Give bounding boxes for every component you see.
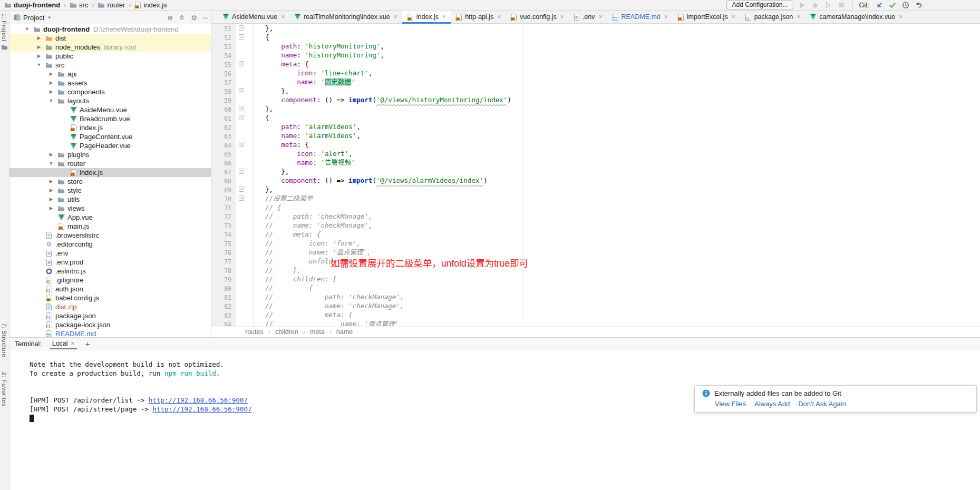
tree-item-views[interactable]: ▶views <box>9 204 211 213</box>
history-icon[interactable] <box>901 1 910 9</box>
editor-gutter[interactable]: 65 <box>211 149 254 158</box>
editor-breadcrumb-item[interactable]: meta <box>310 328 325 336</box>
editor-gutter[interactable]: 70∨ <box>211 194 254 203</box>
close-icon[interactable]: × <box>664 13 668 21</box>
fold-end-icon[interactable]: ∧ <box>239 88 244 93</box>
editor-gutter[interactable]: 53 <box>211 42 254 51</box>
editor-gutter[interactable]: 78 <box>211 266 254 275</box>
tree-item--browserslistrc[interactable]: .browserslistrc <box>9 231 211 240</box>
editor-gutter[interactable]: 58∧ <box>211 86 254 95</box>
chevron-collapsed-icon[interactable]: ▶ <box>45 195 57 204</box>
editor-tab--env[interactable]: .env× <box>569 11 607 23</box>
close-icon[interactable]: × <box>732 13 735 21</box>
close-icon[interactable]: × <box>560 13 564 21</box>
chevron-collapsed-icon[interactable]: ▶ <box>45 186 57 195</box>
fold-start-icon[interactable]: ∨ <box>239 34 244 40</box>
editor-gutter[interactable]: 54 <box>211 51 254 60</box>
editor-gutter[interactable]: 59 <box>211 95 254 104</box>
chevron-collapsed-icon[interactable]: ▶ <box>45 87 57 96</box>
chevron-expanded-icon[interactable]: ▼ <box>45 96 57 105</box>
tree-item-node-modules[interactable]: ▶node_moduleslibrary root <box>9 43 211 52</box>
fold-start-icon[interactable]: ∨ <box>239 115 244 120</box>
terminal-link[interactable]: http://192.168.66.56:9007 <box>149 396 248 404</box>
debug-icon[interactable] <box>811 1 820 9</box>
close-icon[interactable]: × <box>442 13 446 21</box>
git-update-icon[interactable] <box>875 1 884 9</box>
tree-item-src[interactable]: ▼src <box>9 61 211 70</box>
chevron-collapsed-icon[interactable]: ▶ <box>33 43 45 52</box>
editor-gutter[interactable]: 84 <box>211 319 254 326</box>
tree-item-utils[interactable]: ▶utils <box>9 195 211 204</box>
add-configuration-button[interactable]: Add Configuration... <box>726 1 793 9</box>
tree-item-readme-md[interactable]: MDREADME.md <box>9 329 211 337</box>
breadcrumb-item[interactable]: router <box>98 1 125 9</box>
chevron-collapsed-icon[interactable]: ▶ <box>33 34 45 43</box>
project-tool-icon[interactable] <box>1 44 8 50</box>
tree-item-asidemenu-vue[interactable]: AsideMenu.vue <box>9 105 211 114</box>
terminal-tab-local[interactable]: Local × <box>50 338 77 349</box>
tree-item--env[interactable]: .env <box>9 249 211 258</box>
editor-tab-vue-config-js[interactable]: JSvue.config.js× <box>506 11 569 23</box>
fold-start-icon[interactable]: ∨ <box>239 142 244 147</box>
notification-action-don-t-ask-again[interactable]: Don't Ask Again <box>798 400 846 408</box>
editor-gutter[interactable]: 64∨ <box>211 140 254 149</box>
fold-end-icon[interactable]: ∧ <box>239 106 244 111</box>
tree-item-babel-config-js[interactable]: JSbabel.config.js <box>9 293 211 302</box>
run-with-coverage-icon[interactable] <box>824 1 833 9</box>
editor-gutter[interactable]: 75 <box>211 239 254 248</box>
chevron-expanded-icon[interactable]: ▼ <box>33 61 45 70</box>
editor-gutter[interactable]: 74 <box>211 230 254 239</box>
editor-gutter[interactable]: 81 <box>211 292 254 301</box>
tree-item-plugins[interactable]: ▶plugins <box>9 150 211 159</box>
tree-item--gitignore[interactable]: .gitignore <box>9 276 211 285</box>
close-icon[interactable]: × <box>394 13 397 21</box>
tree-item-breadcrumb-vue[interactable]: Breadcrumb.vue <box>9 114 211 123</box>
editor-gutter[interactable]: 72 <box>211 212 254 221</box>
tree-item--env-prod[interactable]: .env.prod <box>9 258 211 267</box>
tree-item-style[interactable]: ▶style <box>9 186 211 195</box>
collapse-all-icon[interactable] <box>179 14 185 21</box>
new-terminal-icon[interactable]: + <box>85 340 90 348</box>
editor-gutter[interactable]: 60∧ <box>211 104 254 113</box>
close-icon[interactable]: × <box>598 13 602 21</box>
stripe-favorites-button[interactable]: 2: Favorites <box>1 372 7 407</box>
editor-gutter[interactable]: 77 <box>211 257 254 266</box>
tree-item--eslintrc-js[interactable]: .eslintrc.js <box>9 267 211 276</box>
editor-gutter[interactable]: 80 <box>211 283 254 292</box>
gear-icon[interactable]: ⚙ <box>191 14 197 21</box>
notification-action-always-add[interactable]: Always Add <box>754 400 790 408</box>
locate-file-icon[interactable]: ⊕ <box>167 14 173 21</box>
tree-item-store[interactable]: ▶store <box>9 177 211 186</box>
editor-gutter[interactable]: 67∧ <box>211 167 254 176</box>
tree-item-app-vue[interactable]: App.vue <box>9 213 211 222</box>
tree-item-components[interactable]: ▶components <box>9 87 211 96</box>
editor-tab-importexcel-js[interactable]: JSimportExcel.js× <box>673 11 740 23</box>
tree-item-dist[interactable]: ▶dist <box>9 34 211 43</box>
tree-item-dist-zip[interactable]: dist.zip <box>9 302 211 311</box>
hide-panel-icon[interactable]: ─ <box>203 14 208 21</box>
tree-item-layouts[interactable]: ▼layouts <box>9 96 211 105</box>
tree-item-api[interactable]: ▶api <box>9 70 211 79</box>
editor-breadcrumb-item[interactable]: routes <box>245 328 264 336</box>
editor-tab-cameramanage-index-vue[interactable]: cameraManage\index.vue× <box>805 11 907 23</box>
tree-item-index-js[interactable]: JSindex.js <box>9 168 211 177</box>
editor-tab-readme-md[interactable]: MDREADME.md× <box>607 11 673 23</box>
editor-gutter[interactable]: 73 <box>211 221 254 230</box>
editor-gutter[interactable]: 68 <box>211 176 254 185</box>
terminal-link[interactable]: http://192.168.66.56:9007 <box>152 405 251 413</box>
editor-gutter[interactable]: 79 <box>211 275 254 283</box>
tree-item-duoji-frontend[interactable]: ▼duoji-frontendD:\zheheWeb\duoji-fronten… <box>9 25 211 34</box>
tree-item--editorconfig[interactable]: ⚙.editorconfig <box>9 240 211 249</box>
tree-item-router[interactable]: ▼router <box>9 159 211 168</box>
breadcrumb-item[interactable]: src <box>70 1 88 9</box>
editor-gutter[interactable]: 51∧ <box>211 24 254 33</box>
breadcrumb-item[interactable]: duoji-frontend <box>4 1 60 9</box>
chevron-expanded-icon[interactable]: ▼ <box>45 159 57 168</box>
project-panel-title[interactable]: Project <box>23 14 44 22</box>
fold-start-icon[interactable]: ∨ <box>239 195 244 201</box>
close-icon[interactable]: × <box>71 340 75 347</box>
editor-tab-package-json[interactable]: {}package.json× <box>740 11 806 23</box>
editor-gutter[interactable]: 71 <box>211 203 254 212</box>
editor-gutter[interactable]: 61∨ <box>211 113 254 122</box>
git-commit-icon[interactable] <box>888 1 897 9</box>
